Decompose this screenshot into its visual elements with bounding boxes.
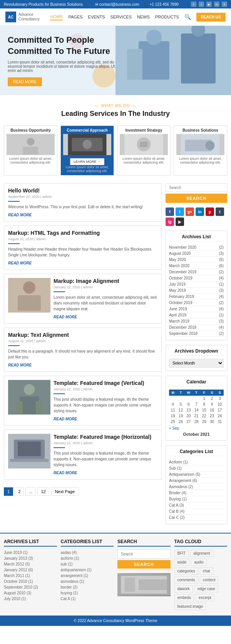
list-item[interactable]: March 2011 (1): [4, 573, 57, 579]
nav-home[interactable]: HOME: [50, 13, 63, 20]
cal-day[interactable]: 22: [200, 413, 208, 419]
linkedin-icon[interactable]: li: [222, 2, 227, 7]
footer-search-input[interactable]: [117, 550, 171, 559]
tag-item[interactable]: alignment: [190, 550, 213, 557]
category-item[interactable]: Sub (1): [169, 465, 224, 472]
nav-services[interactable]: SERVICES: [110, 14, 132, 20]
list-item[interactable]: Cat A (1): [61, 596, 114, 602]
cal-day[interactable]: 16: [208, 407, 216, 413]
cal-day[interactable]: 9: [208, 401, 216, 407]
googleplus-social-icon[interactable]: g+: [186, 207, 194, 216]
cal-day[interactable]: 8: [200, 401, 208, 407]
reach-us-button[interactable]: REACH US: [196, 13, 226, 22]
archive-item[interactable]: October 2019(2): [169, 300, 224, 306]
hero-read-more-button[interactable]: READ MORE: [8, 77, 42, 86]
tag-item[interactable]: aside: [174, 559, 190, 566]
list-item[interactable]: March 2012 (5): [4, 561, 57, 567]
cal-day[interactable]: 6: [185, 401, 192, 407]
search-icon[interactable]: 🔍: [184, 14, 191, 20]
cal-day[interactable]: 2: [208, 396, 216, 401]
archive-item[interactable]: February 2019(4): [169, 294, 224, 300]
cal-day[interactable]: 5: [177, 401, 184, 407]
tag-item[interactable]: chat: [200, 567, 213, 575]
tag-item[interactable]: content: [200, 576, 219, 584]
list-item[interactable]: July 2010 (1): [4, 596, 57, 602]
cal-day[interactable]: 24: [216, 413, 224, 419]
category-item[interactable]: Cat B (4): [169, 509, 224, 515]
cal-day[interactable]: 12: [177, 407, 184, 413]
tumblr-social-icon[interactable]: t: [216, 207, 224, 216]
list-item[interactable]: January 2012 (6): [4, 567, 57, 573]
read-more-link[interactable]: READ MORE: [8, 363, 32, 367]
archive-item[interactable]: March 2020(6): [169, 263, 224, 269]
cal-day[interactable]: 3: [216, 396, 224, 401]
list-item[interactable]: asmodeus (1): [61, 579, 114, 584]
page-2-button[interactable]: 2: [15, 487, 24, 496]
instagram-icon[interactable]: in: [214, 2, 219, 7]
cal-day[interactable]: 20: [185, 413, 192, 419]
page-1-button[interactable]: 1: [4, 487, 13, 496]
tag-item[interactable]: comments: [174, 576, 198, 584]
archive-item[interactable]: August 2020(3): [169, 251, 224, 257]
read-more-link[interactable]: READ MORE: [54, 315, 77, 319]
read-more-link[interactable]: READ MORE: [8, 213, 32, 217]
post-title[interactable]: Template: Featured Image (Horizontal): [54, 434, 157, 440]
nav-news[interactable]: NEWS: [137, 14, 150, 20]
archive-item[interactable]: May 2019(3): [169, 288, 224, 294]
list-item[interactable]: aciform (1): [61, 555, 114, 561]
list-item[interactable]: October 2010 (1): [4, 579, 57, 584]
cal-day[interactable]: 26: [177, 419, 184, 425]
cal-day[interactable]: 4: [169, 401, 177, 407]
category-item[interactable]: Cat A (3): [169, 502, 224, 509]
cal-day[interactable]: 7: [192, 401, 200, 407]
archive-item[interactable]: March 2019(3): [169, 318, 224, 325]
post-title[interactable]: Markup: Image Alignment: [54, 278, 157, 284]
cal-day[interactable]: 30: [208, 419, 216, 425]
list-item[interactable]: June 2019 (1): [4, 550, 57, 555]
service-card-commercial-approach[interactable]: Commercial Approach LEARN MORE → Lorem i…: [60, 125, 114, 176]
list-item[interactable]: sub (1): [61, 561, 114, 567]
archive-item[interactable]: July 2019(1): [169, 281, 224, 288]
page-12-button[interactable]: 12: [37, 487, 49, 496]
archive-item[interactable]: December 2018(4): [169, 325, 224, 331]
archive-item[interactable]: June 2019(4): [169, 306, 224, 312]
next-page-button[interactable]: Next Page: [51, 487, 79, 496]
service-card-business-opportunity[interactable]: Business Opportunity Lorem ipsum dolor s…: [4, 125, 57, 176]
tag-item[interactable]: BFIT: [174, 550, 189, 557]
post-title[interactable]: Markup: HTML Tags and Formatting: [8, 230, 157, 236]
footer-search-button[interactable]: SEARCH: [117, 560, 171, 569]
pinterest-social-icon[interactable]: p: [206, 207, 214, 216]
post-title[interactable]: Markup: Text Alignment: [8, 332, 157, 338]
cal-day[interactable]: 19: [177, 413, 184, 419]
list-item[interactable]: August 2010 (3): [4, 590, 57, 596]
list-item[interactable]: antiquarianism (1): [61, 567, 114, 573]
service-card-investment-strategy[interactable]: Investment Strategy Lorem ipsum dolor si…: [117, 125, 171, 176]
cal-day[interactable]: 10: [216, 401, 224, 407]
linkedin-social-icon[interactable]: in: [196, 207, 204, 216]
twitter-icon[interactable]: t: [199, 2, 204, 7]
list-item[interactable]: buying (1): [61, 590, 114, 596]
cal-day[interactable]: 18: [169, 413, 177, 419]
archives-dropdown-select[interactable]: Select Month: [169, 359, 224, 368]
sidebar-search-button[interactable]: SEARCH: [166, 194, 227, 203]
archive-item[interactable]: May 2020(5): [169, 257, 224, 263]
tag-item[interactable]: featured image: [174, 603, 206, 610]
cal-day[interactable]: 1: [200, 396, 208, 401]
page-ellipsis-button[interactable]: ...: [25, 487, 36, 496]
learn-more-button[interactable]: LEARN MORE →: [70, 158, 104, 165]
cal-day[interactable]: 27: [185, 419, 192, 425]
archive-item[interactable]: October 2019(4): [169, 275, 224, 281]
tag-item[interactable]: excerpt: [196, 594, 214, 601]
tag-item[interactable]: audio: [191, 559, 206, 566]
category-item[interactable]: Cat C (2): [169, 515, 224, 521]
cal-day[interactable]: 14: [192, 407, 200, 413]
cal-day[interactable]: 17: [216, 407, 224, 413]
twitter-social-icon[interactable]: t: [176, 207, 184, 216]
tag-item[interactable]: embeds: [174, 594, 194, 601]
cal-day[interactable]: 25: [169, 419, 177, 425]
cal-day[interactable]: 21: [192, 413, 200, 419]
cal-day[interactable]: 13: [185, 407, 192, 413]
instagram-social-icon[interactable]: ig: [166, 217, 174, 226]
read-more-link[interactable]: READ MORE: [54, 471, 77, 475]
cal-day[interactable]: 11: [169, 407, 177, 413]
